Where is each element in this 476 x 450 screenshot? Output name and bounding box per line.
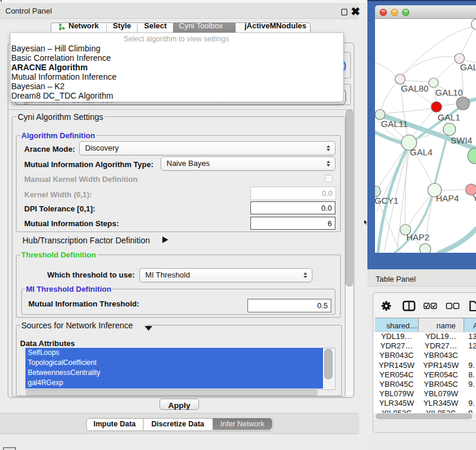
svg-text:GAL4: GAL4 bbox=[410, 147, 432, 157]
svg-text:GAL11: GAL11 bbox=[381, 119, 408, 129]
svg-text:SWI4: SWI4 bbox=[451, 135, 472, 145]
svg-text:GAL1: GAL1 bbox=[438, 112, 460, 122]
svg-text:GAL10: GAL10 bbox=[435, 87, 463, 97]
svg-text:GAL80: GAL80 bbox=[401, 83, 429, 93]
svg-text:GCY1: GCY1 bbox=[375, 195, 399, 206]
svg-text:HAP4: HAP4 bbox=[436, 193, 459, 203]
svg-text:Y: Y bbox=[472, 193, 476, 203]
svg-text:HAP2: HAP2 bbox=[406, 232, 429, 242]
svg-text:GAL: GAL bbox=[460, 62, 476, 72]
